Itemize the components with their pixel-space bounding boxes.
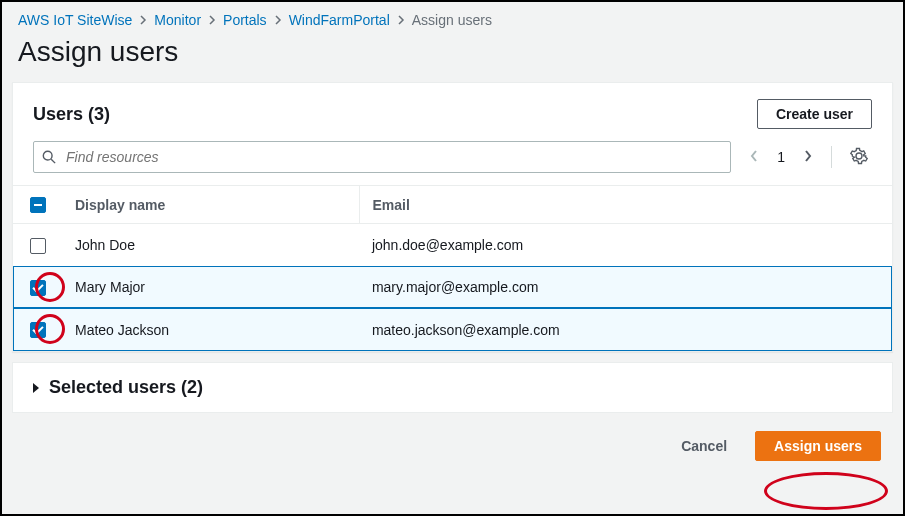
breadcrumb-link[interactable]: Monitor — [154, 12, 201, 28]
select-all-checkbox[interactable] — [30, 197, 46, 213]
chevron-right-icon — [207, 12, 217, 28]
chevron-right-icon — [138, 12, 148, 28]
chevron-right-icon — [396, 12, 406, 28]
table-row[interactable]: Mateo Jackson mateo.jackson@example.com — [13, 308, 892, 350]
table-row[interactable]: John Doe john.doe@example.com — [13, 224, 892, 266]
column-header-name[interactable]: Display name — [63, 186, 360, 224]
column-header-email[interactable]: Email — [360, 186, 892, 224]
page-title: Assign users — [2, 36, 903, 82]
chevron-right-icon — [273, 12, 283, 28]
breadcrumb-link[interactable]: AWS IoT SiteWise — [18, 12, 132, 28]
users-table: Display name Email John Doe john.doe@exa… — [13, 185, 892, 351]
users-panel-title: Users (3) — [33, 104, 110, 125]
selected-users-panel[interactable]: Selected users (2) — [12, 362, 893, 413]
search-icon — [42, 150, 56, 164]
caret-right-icon — [33, 383, 39, 393]
row-checkbox[interactable] — [30, 238, 46, 254]
cell-name: Mary Major — [63, 266, 360, 308]
create-user-button[interactable]: Create user — [757, 99, 872, 129]
gear-icon[interactable] — [846, 143, 872, 172]
cell-name: Mateo Jackson — [63, 308, 360, 350]
cancel-button[interactable]: Cancel — [663, 432, 745, 460]
table-row[interactable]: Mary Major mary.major@example.com — [13, 266, 892, 308]
page-number: 1 — [773, 149, 789, 165]
svg-line-1 — [51, 159, 55, 163]
cell-email: mateo.jackson@example.com — [360, 308, 892, 350]
row-checkbox[interactable] — [30, 322, 46, 338]
breadcrumb-current: Assign users — [412, 12, 492, 28]
cell-name: John Doe — [63, 224, 360, 266]
cell-email: john.doe@example.com — [360, 224, 892, 266]
selected-users-title: Selected users (2) — [49, 377, 203, 398]
divider — [831, 146, 832, 168]
search-input[interactable] — [33, 141, 731, 173]
svg-point-0 — [43, 151, 52, 160]
prev-page-button[interactable] — [745, 145, 763, 170]
breadcrumb-link[interactable]: WindFarmPortal — [289, 12, 390, 28]
next-page-button[interactable] — [799, 145, 817, 170]
pagination: 1 — [745, 145, 817, 170]
assign-users-button[interactable]: Assign users — [755, 431, 881, 461]
breadcrumb-link[interactable]: Portals — [223, 12, 267, 28]
breadcrumb: AWS IoT SiteWise Monitor Portals WindFar… — [2, 2, 903, 36]
footer-actions: Cancel Assign users — [2, 423, 903, 475]
row-checkbox[interactable] — [30, 280, 46, 296]
annotation-oval — [764, 472, 888, 510]
users-panel: Users (3) Create user 1 — [12, 82, 893, 352]
cell-email: mary.major@example.com — [360, 266, 892, 308]
